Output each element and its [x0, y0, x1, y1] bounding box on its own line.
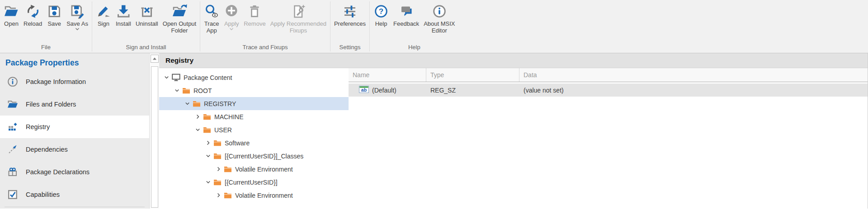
button-label: Apply RecommendedFixups [270, 20, 326, 34]
column-header-type[interactable]: Type [426, 68, 519, 82]
ribbon-group-help: ?HelpFeedbackAbout MSIXEditorHelp [370, 0, 458, 53]
tree-item-label: [{CurrentUserSID}]_Classes [225, 153, 303, 160]
ribbon-group-label: Settings [332, 43, 368, 53]
trace-app-button[interactable]: TraceApp [202, 1, 222, 34]
about-msix-editor-button[interactable]: About MSIXEditor [421, 1, 457, 34]
dropdown-chevron-icon [75, 28, 80, 31]
folder-icon [203, 127, 211, 133]
sidebar-item-label: Files and Folders [26, 101, 76, 108]
chevron-down-icon[interactable] [163, 75, 170, 80]
tree-item-package-content[interactable]: Package Content [159, 71, 349, 84]
button-label: Open OutputFolder [163, 20, 196, 34]
sign-button[interactable]: Sign [94, 1, 113, 27]
save-as-button[interactable]: Save As [64, 1, 90, 31]
install-button[interactable]: Install [113, 1, 133, 27]
sidebar-item-dependencies[interactable]: Dependencies [0, 138, 149, 161]
tree-item-volatile-environment[interactable]: Volatile Environment [159, 163, 349, 176]
button-label: Save [47, 20, 61, 27]
sidebar: Package Properties Package InformationFi… [0, 53, 149, 209]
open-output-folder-icon [172, 4, 187, 19]
chevron-down-icon[interactable] [184, 101, 191, 106]
reload-button[interactable]: Reload [21, 1, 44, 27]
chevron-down-icon[interactable] [173, 88, 181, 93]
sidebar-item-label: Capabilities [26, 191, 60, 198]
tree-item-software[interactable]: Software [159, 136, 349, 149]
sidebar-scrollbar[interactable] [149, 53, 159, 209]
button-label: Help [375, 20, 387, 27]
folder-icon [213, 179, 222, 186]
sidebar-item-package-information[interactable]: Package Information [0, 70, 149, 93]
folder-icon [193, 101, 201, 107]
up-arrow-icon [152, 57, 157, 60]
button-label: Open [4, 20, 19, 27]
ribbon-toolbar: OpenReloadSaveSave AsFileSignInstallUnin… [0, 0, 868, 53]
sidebar-divider [5, 207, 145, 207]
files-folders-icon [7, 99, 18, 110]
open-button[interactable]: Open [1, 1, 21, 27]
registry-value-row[interactable]: ab(Default)REG_SZ(value not set) [349, 84, 868, 97]
sidebar-item-registry[interactable]: Registry [0, 116, 149, 138]
value-name: (Default) [372, 87, 396, 94]
tree-item-label: Package Content [184, 74, 232, 81]
chevron-right-icon[interactable] [215, 193, 222, 198]
save-icon [47, 4, 62, 19]
folder-icon [213, 153, 222, 159]
button-label: Install [116, 20, 131, 27]
folder-icon [224, 192, 232, 199]
trace-app-icon [204, 4, 219, 19]
ribbon-group-label: File [1, 43, 90, 53]
main-panel: Registry Package ContentROOTREGISTRYMACH… [159, 53, 868, 209]
feedback-button[interactable]: Feedback [391, 1, 421, 27]
tree-item-label: REGISTRY [204, 100, 236, 107]
package-declarations-icon [7, 167, 18, 177]
feedback-icon [399, 4, 414, 19]
button-label: Preferences [334, 20, 366, 27]
button-label: Save As [66, 20, 88, 27]
table-header-row: NameTypeData [349, 68, 868, 82]
open-output-folder-button[interactable]: Open OutputFolder [160, 1, 198, 34]
tree-item-root[interactable]: ROOT [159, 84, 349, 97]
reload-icon [25, 4, 41, 19]
value-type-cell: REG_SZ [426, 84, 519, 97]
chevron-right-icon[interactable] [194, 114, 202, 119]
apply-icon [224, 4, 239, 19]
main-header: Registry [159, 53, 868, 68]
column-header-name[interactable]: Name [349, 68, 426, 82]
sidebar-item-files-and-folders[interactable]: Files and Folders [0, 93, 149, 116]
ribbon-group-settings: PreferencesSettings [330, 0, 369, 53]
ribbon-group-trace-and-fixups: TraceAppApplyRemoveApply RecommendedFixu… [200, 0, 330, 53]
chevron-right-icon[interactable] [204, 140, 212, 145]
tree-item-currentusersid[interactable]: [{CurrentUserSID}] [159, 176, 349, 189]
sign-icon [96, 4, 111, 19]
column-header-data[interactable]: Data [519, 68, 868, 82]
uninstall-button[interactable]: Uninstall [133, 1, 160, 27]
page-title: Registry [165, 56, 193, 65]
tree-item-volatile-environment[interactable]: Volatile Environment [159, 189, 349, 202]
scrollbar-up-button[interactable] [151, 55, 159, 63]
tree-item-currentusersid-classes[interactable]: [{CurrentUserSID}]_Classes [159, 149, 349, 163]
sidebar-item-package-declarations[interactable]: Package Declarations [0, 161, 149, 183]
uninstall-icon [139, 4, 155, 19]
registry-values-table: NameTypeDataab(Default)REG_SZ(value not … [349, 68, 868, 209]
chevron-right-icon[interactable] [215, 167, 222, 172]
help-button[interactable]: ?Help [371, 1, 391, 27]
save-as-icon [70, 4, 85, 19]
sidebar-item-capabilities[interactable]: Capabilities [0, 183, 149, 206]
install-icon [116, 4, 131, 19]
preferences-button[interactable]: Preferences [332, 1, 368, 27]
tree-item-registry[interactable]: REGISTRY [159, 97, 349, 110]
chevron-down-icon[interactable] [204, 153, 212, 158]
button-label: TraceApp [204, 20, 219, 34]
button-label: Remove [244, 20, 265, 27]
tree-item-user[interactable]: USER [159, 123, 349, 136]
chevron-down-icon[interactable] [204, 180, 212, 185]
folder-icon [203, 114, 211, 120]
info-circle-icon [7, 76, 18, 87]
apply-recommended-fixups-button: Apply RecommendedFixups [268, 1, 329, 34]
help-icon: ? [373, 4, 389, 19]
chevron-down-icon[interactable] [194, 127, 202, 132]
tree-item-machine[interactable]: MACHINE [159, 110, 349, 123]
scrollbar-thumb[interactable] [151, 66, 158, 208]
save-button[interactable]: Save [44, 1, 64, 27]
folder-icon [213, 140, 222, 146]
